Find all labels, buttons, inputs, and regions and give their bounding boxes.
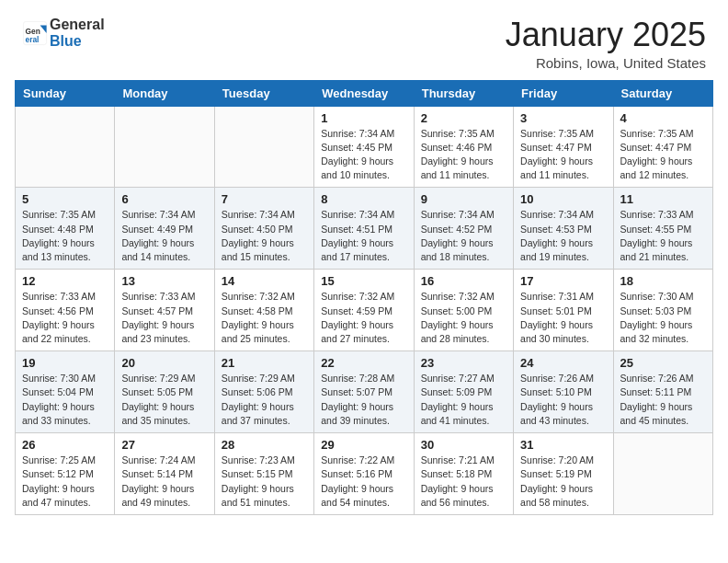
day-number: 31	[520, 438, 606, 452]
day-number: 4	[620, 111, 706, 125]
calendar-cell: 16Sunrise: 7:32 AMSunset: 5:00 PMDayligh…	[414, 270, 513, 351]
weekday-header-tuesday: Tuesday	[214, 80, 313, 106]
day-number: 29	[321, 438, 406, 452]
calendar-table: SundayMondayTuesdayWednesdayThursdayFrid…	[15, 80, 713, 515]
day-number: 9	[421, 192, 506, 206]
calendar-cell: 10Sunrise: 7:34 AMSunset: 4:53 PMDayligh…	[514, 188, 613, 270]
weekday-header-sunday: Sunday	[16, 80, 115, 106]
day-number: 27	[121, 438, 207, 452]
day-number: 13	[121, 274, 207, 288]
calendar-cell: 15Sunrise: 7:32 AMSunset: 4:59 PMDayligh…	[314, 270, 414, 351]
day-info: Sunrise: 7:22 AMSunset: 5:16 PMDaylight:…	[321, 454, 406, 510]
day-info: Sunrise: 7:33 AMSunset: 4:56 PMDaylight:…	[22, 290, 108, 346]
logo-general: General	[50, 17, 105, 32]
day-info: Sunrise: 7:34 AMSunset: 4:51 PMDaylight:…	[321, 208, 406, 264]
calendar-cell: 12Sunrise: 7:33 AMSunset: 4:56 PMDayligh…	[16, 270, 115, 351]
day-number: 2	[421, 111, 506, 125]
header: Gen eral General Blue January 2025 Robin…	[0, 0, 728, 80]
weekday-header-friday: Friday	[514, 80, 613, 106]
calendar-cell	[214, 106, 313, 188]
day-info: Sunrise: 7:21 AMSunset: 5:18 PMDaylight:…	[421, 454, 506, 510]
calendar-cell: 29Sunrise: 7:22 AMSunset: 5:16 PMDayligh…	[314, 433, 414, 515]
day-number: 3	[520, 111, 606, 125]
day-info: Sunrise: 7:33 AMSunset: 4:57 PMDaylight:…	[121, 290, 207, 346]
day-info: Sunrise: 7:25 AMSunset: 5:12 PMDaylight:…	[22, 454, 108, 510]
logo-icon: Gen eral	[22, 20, 48, 46]
calendar-cell: 4Sunrise: 7:35 AMSunset: 4:47 PMDaylight…	[613, 106, 712, 188]
calendar-cell	[613, 433, 712, 515]
logo-blue: Blue	[50, 33, 82, 49]
day-number: 23	[421, 356, 506, 370]
weekday-header-thursday: Thursday	[414, 80, 513, 106]
svg-text:eral: eral	[26, 34, 40, 43]
day-number: 18	[620, 274, 706, 288]
day-info: Sunrise: 7:26 AMSunset: 5:11 PMDaylight:…	[620, 372, 706, 428]
calendar-cell: 21Sunrise: 7:29 AMSunset: 5:06 PMDayligh…	[214, 351, 313, 433]
logo: Gen eral General Blue	[22, 17, 105, 49]
day-number: 19	[22, 356, 108, 370]
day-info: Sunrise: 7:33 AMSunset: 4:55 PMDaylight:…	[620, 208, 706, 264]
day-info: Sunrise: 7:34 AMSunset: 4:50 PMDaylight:…	[222, 208, 307, 264]
calendar-cell: 13Sunrise: 7:33 AMSunset: 4:57 PMDayligh…	[115, 270, 214, 351]
calendar-cell: 22Sunrise: 7:28 AMSunset: 5:07 PMDayligh…	[314, 351, 414, 433]
calendar-cell: 20Sunrise: 7:29 AMSunset: 5:05 PMDayligh…	[115, 351, 214, 433]
day-number: 15	[321, 274, 406, 288]
day-number: 21	[222, 356, 307, 370]
day-number: 28	[222, 438, 307, 452]
calendar-cell: 14Sunrise: 7:32 AMSunset: 4:58 PMDayligh…	[214, 270, 313, 351]
day-info: Sunrise: 7:34 AMSunset: 4:49 PMDaylight:…	[121, 208, 207, 264]
day-number: 7	[222, 192, 307, 206]
day-info: Sunrise: 7:34 AMSunset: 4:45 PMDaylight:…	[321, 127, 406, 183]
day-number: 8	[321, 192, 406, 206]
calendar-cell: 24Sunrise: 7:26 AMSunset: 5:10 PMDayligh…	[514, 351, 613, 433]
logo-text: General Blue	[50, 17, 105, 49]
calendar-cell: 1Sunrise: 7:34 AMSunset: 4:45 PMDaylight…	[314, 106, 414, 188]
calendar-cell	[16, 106, 115, 188]
calendar-week-row: 19Sunrise: 7:30 AMSunset: 5:04 PMDayligh…	[16, 351, 713, 433]
day-info: Sunrise: 7:32 AMSunset: 4:59 PMDaylight:…	[321, 290, 406, 346]
calendar-cell: 25Sunrise: 7:26 AMSunset: 5:11 PMDayligh…	[613, 351, 712, 433]
calendar-cell: 7Sunrise: 7:34 AMSunset: 4:50 PMDaylight…	[214, 188, 313, 270]
weekday-header-saturday: Saturday	[613, 80, 712, 106]
day-info: Sunrise: 7:28 AMSunset: 5:07 PMDaylight:…	[321, 372, 406, 428]
weekday-header-wednesday: Wednesday	[314, 80, 414, 106]
calendar-week-row: 12Sunrise: 7:33 AMSunset: 4:56 PMDayligh…	[16, 270, 713, 351]
day-info: Sunrise: 7:29 AMSunset: 5:06 PMDaylight:…	[222, 372, 307, 428]
calendar-cell: 19Sunrise: 7:30 AMSunset: 5:04 PMDayligh…	[16, 351, 115, 433]
day-number: 14	[222, 274, 307, 288]
calendar-cell: 2Sunrise: 7:35 AMSunset: 4:46 PMDaylight…	[414, 106, 513, 188]
day-number: 20	[121, 356, 207, 370]
day-info: Sunrise: 7:23 AMSunset: 5:15 PMDaylight:…	[222, 454, 307, 510]
calendar-cell	[115, 106, 214, 188]
weekday-header-row: SundayMondayTuesdayWednesdayThursdayFrid…	[16, 80, 713, 106]
calendar-cell: 8Sunrise: 7:34 AMSunset: 4:51 PMDaylight…	[314, 188, 414, 270]
calendar-cell: 26Sunrise: 7:25 AMSunset: 5:12 PMDayligh…	[16, 433, 115, 515]
day-info: Sunrise: 7:35 AMSunset: 4:46 PMDaylight:…	[421, 127, 506, 183]
day-info: Sunrise: 7:27 AMSunset: 5:09 PMDaylight:…	[421, 372, 506, 428]
calendar-cell: 28Sunrise: 7:23 AMSunset: 5:15 PMDayligh…	[214, 433, 313, 515]
month-title: January 2025	[506, 17, 706, 53]
day-info: Sunrise: 7:29 AMSunset: 5:05 PMDaylight:…	[121, 372, 207, 428]
calendar-cell: 3Sunrise: 7:35 AMSunset: 4:47 PMDaylight…	[514, 106, 613, 188]
calendar-cell: 11Sunrise: 7:33 AMSunset: 4:55 PMDayligh…	[613, 188, 712, 270]
day-number: 24	[520, 356, 606, 370]
weekday-header-monday: Monday	[115, 80, 214, 106]
day-info: Sunrise: 7:35 AMSunset: 4:47 PMDaylight:…	[520, 127, 606, 183]
page: Gen eral General Blue January 2025 Robin…	[0, 0, 728, 563]
day-number: 25	[620, 356, 706, 370]
calendar-cell: 31Sunrise: 7:20 AMSunset: 5:19 PMDayligh…	[514, 433, 613, 515]
day-info: Sunrise: 7:20 AMSunset: 5:19 PMDaylight:…	[520, 454, 606, 510]
calendar-cell: 23Sunrise: 7:27 AMSunset: 5:09 PMDayligh…	[414, 351, 513, 433]
day-number: 12	[22, 274, 108, 288]
calendar-cell: 6Sunrise: 7:34 AMSunset: 4:49 PMDaylight…	[115, 188, 214, 270]
day-info: Sunrise: 7:26 AMSunset: 5:10 PMDaylight:…	[520, 372, 606, 428]
day-number: 6	[121, 192, 207, 206]
calendar-week-row: 5Sunrise: 7:35 AMSunset: 4:48 PMDaylight…	[16, 188, 713, 270]
day-number: 30	[421, 438, 506, 452]
day-info: Sunrise: 7:35 AMSunset: 4:48 PMDaylight:…	[22, 208, 108, 264]
day-number: 16	[421, 274, 506, 288]
day-info: Sunrise: 7:34 AMSunset: 4:52 PMDaylight:…	[421, 208, 506, 264]
day-info: Sunrise: 7:30 AMSunset: 5:03 PMDaylight:…	[620, 290, 706, 346]
day-info: Sunrise: 7:30 AMSunset: 5:04 PMDaylight:…	[22, 372, 108, 428]
day-number: 10	[520, 192, 606, 206]
